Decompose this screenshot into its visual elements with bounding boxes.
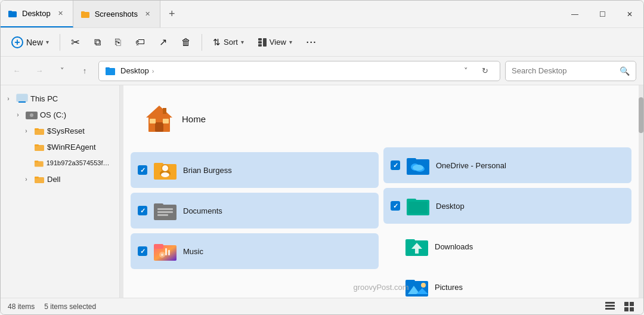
expand-icon-dell: › [21, 174, 32, 184]
onedrive-icon [406, 153, 430, 177]
sidebar-item-sysreset[interactable]: › $SysReset [3, 123, 117, 138]
cut-button[interactable]: ✂ [65, 33, 86, 52]
svg-rect-64 [605, 308, 615, 310]
brian-checkbox[interactable]: ✓ [138, 165, 147, 175]
paste-button[interactable]: ⎘ [109, 34, 127, 51]
copy-button[interactable]: ⧉ [88, 34, 107, 51]
refresh-button[interactable]: ↻ [476, 62, 494, 80]
path-chevron: › [152, 67, 154, 75]
desktop-checkbox[interactable]: ✓ [391, 201, 400, 211]
svg-marker-23 [146, 106, 172, 118]
view-button[interactable]: View ▾ [252, 35, 298, 50]
downloads-label: Downloads [435, 242, 473, 251]
svg-rect-16 [35, 128, 39, 130]
file-item-documents[interactable]: ✓ Documents [131, 193, 379, 228]
tab-screenshots[interactable]: Screenshots ✕ [73, 1, 160, 27]
delete-button[interactable]: 🗑 [175, 34, 197, 51]
window-controls: — ☐ ✕ [561, 1, 643, 27]
svg-rect-38 [157, 211, 173, 213]
sidebar-item-os-c[interactable]: › OS (C:) [3, 107, 117, 122]
onedrive-checkbox[interactable]: ✓ [391, 160, 400, 170]
file-item-brian[interactable]: ✓ Brian Burge [131, 152, 379, 188]
tab-desktop-label: Desktop [22, 9, 51, 18]
sidebar-item-guid[interactable]: › 191b972a3574553fe396 [3, 155, 117, 171]
folder-icon-2 [80, 10, 90, 19]
svg-point-61 [421, 283, 426, 288]
documents-label: Documents [183, 206, 222, 215]
home-icon [143, 102, 176, 135]
svg-point-33 [162, 165, 168, 171]
scrollbar-thumb[interactable] [639, 97, 643, 133]
window: Desktop ✕ Screenshots ✕ + — ☐ ✕ + New ▾ … [0, 0, 644, 315]
svg-point-50 [413, 165, 423, 171]
more-button[interactable]: ··· [301, 35, 323, 50]
svg-rect-6 [258, 44, 262, 47]
search-box[interactable]: 🔍 [505, 61, 636, 81]
this-pc-label: This PC [30, 94, 58, 103]
file-item-downloads[interactable]: Downloads [383, 228, 631, 264]
file-grid: Home ✓ [131, 92, 631, 298]
back-button[interactable]: ← [8, 62, 26, 80]
more-icon: ··· [306, 38, 317, 47]
view-chevron-icon: ▾ [289, 39, 292, 45]
grid-view-button[interactable] [622, 299, 636, 314]
brian-label: Brian Burgess [183, 166, 232, 175]
tab-screenshots-close[interactable]: ✕ [143, 9, 153, 19]
sidebar-item-this-pc[interactable]: › This PC [3, 91, 117, 106]
svg-rect-47 [407, 158, 416, 163]
forward-button[interactable]: → [30, 62, 48, 80]
close-button[interactable]: ✕ [616, 1, 643, 27]
file-scrollbar[interactable] [639, 85, 643, 298]
documents-checkbox[interactable]: ✓ [138, 206, 147, 215]
address-bar: ← → ˅ ↑ Desktop › ˅ ↻ 🔍 [1, 57, 643, 85]
tab-desktop[interactable]: Desktop ✕ [1, 1, 73, 27]
dell-icon [34, 175, 45, 184]
winreagent-label: $WinREAgent [47, 143, 96, 152]
sort-button[interactable]: ⇅ Sort ▾ [207, 34, 250, 51]
file-item-onedrive[interactable]: ✓ OneDrive - Personal [383, 147, 631, 183]
sidebar-item-dell[interactable]: › Dell [3, 171, 117, 187]
guid-label: 191b972a3574553fe396 [47, 159, 112, 166]
address-dropdown-button[interactable]: ˅ [457, 62, 475, 80]
main-content: › This PC › OS (C:) › [1, 85, 643, 298]
share-button[interactable]: ↗ [153, 33, 173, 51]
rename-button[interactable]: 🏷 [129, 34, 151, 51]
file-item-home[interactable]: Home [131, 92, 379, 145]
svg-rect-67 [624, 307, 628, 311]
svg-rect-37 [157, 208, 173, 210]
minimize-button[interactable]: — [561, 1, 589, 27]
status-bar: 48 items 5 items selected [1, 298, 643, 314]
address-input[interactable]: Desktop › ˅ ↻ [98, 61, 500, 81]
sidebar-item-winreagent[interactable]: › $WinREAgent [3, 139, 117, 155]
guid-icon [34, 159, 44, 168]
maximize-button[interactable]: ☐ [589, 1, 616, 27]
file-item-desktop[interactable]: ✓ Desktop [383, 188, 631, 224]
svg-rect-66 [630, 302, 634, 306]
new-button[interactable]: + New ▾ [5, 33, 55, 51]
this-pc-icon [16, 94, 28, 103]
svg-rect-26 [155, 122, 163, 132]
dropdown-button[interactable]: ˅ [53, 62, 71, 80]
tab-desktop-close[interactable]: ✕ [55, 8, 66, 18]
svg-rect-58 [405, 280, 415, 285]
up-button[interactable]: ↑ [76, 62, 94, 80]
paste-icon: ⎘ [115, 37, 121, 48]
expand-icon-os-c: › [13, 109, 23, 120]
music-checkbox[interactable]: ✓ [138, 246, 147, 256]
check-icon: ✓ [140, 166, 145, 174]
home-label: Home [182, 114, 206, 124]
file-item-music[interactable]: ✓ [131, 233, 379, 269]
svg-rect-41 [154, 244, 163, 249]
winreagent-icon [34, 143, 45, 152]
item-count: 48 items [8, 302, 35, 311]
svg-rect-3 [81, 11, 85, 13]
file-item-pictures[interactable]: Pictures [383, 269, 631, 298]
svg-rect-27 [150, 119, 156, 123]
toolbar-separator-1 [60, 34, 60, 51]
pictures-label: Pictures [435, 283, 463, 292]
selected-count: 5 items selected [44, 302, 96, 311]
dell-label: Dell [47, 175, 60, 184]
search-input[interactable] [512, 66, 615, 75]
add-tab-button[interactable]: + [160, 1, 184, 27]
list-view-button[interactable] [603, 299, 617, 314]
